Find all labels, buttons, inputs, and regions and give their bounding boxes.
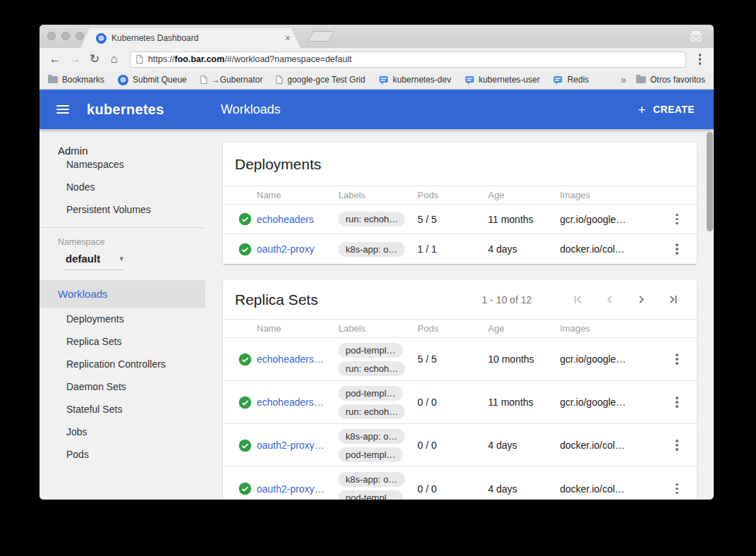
close-window-icon[interactable] [47,32,56,40]
minimize-window-icon[interactable] [61,32,70,40]
menu-icon[interactable] [56,105,69,114]
sidebar-item-admin[interactable]: Admin [39,129,205,153]
bookmark-kubernetes-dev[interactable]: kubernetes-dev [379,75,451,85]
namespace-value: default [66,253,100,265]
page-icon [136,55,143,64]
pods-cell: 5 / 5 [417,353,488,365]
status-ok-icon [233,212,257,226]
page-content: Admin Namespaces Nodes Persistent Volume… [39,129,714,500]
col-pods: Pods [417,323,488,334]
images-cell: docker.io/col… [560,440,657,451]
row-menu-icon[interactable] [673,351,681,368]
address-bar[interactable]: https://foo.bar.com/#/workload?namespace… [130,52,686,68]
age-cell: 4 days [488,243,560,255]
replica-set-link[interactable]: oauth2-proxy… [257,483,339,495]
sidebar-item-replication-controllers[interactable]: Replication Controllers [39,353,205,375]
url-path: /#/workload?namespace=default [224,54,351,64]
app-logo: kubernetes [87,102,164,118]
bookmarks-overflow-icon[interactable]: » [621,74,626,85]
reload-icon[interactable]: ↻ [86,51,103,68]
page-icon [276,75,283,84]
folder-icon [48,76,58,83]
chevron-down-icon: ▾ [119,254,123,263]
age-cell: 4 days [488,483,560,495]
sidebar-item-nodes[interactable]: Nodes [39,176,205,198]
bookmark-redis[interactable]: Redis [553,75,589,85]
row-menu-icon[interactable] [673,241,681,258]
label-chip: k8s-app: o… [339,472,405,487]
col-pods: Pods [417,190,488,200]
scrollbar-thumb[interactable] [707,132,713,231]
deployment-link[interactable]: echoheaders [257,214,339,225]
status-ok-icon [233,396,257,409]
browser-window: ☸ Kubernetes Dashboard × ← → ↻ ⌂ https:/ [39,25,714,500]
new-tab-button[interactable] [307,31,334,42]
label-chip: pod-templ… [339,343,403,358]
namespace-select[interactable]: default ▾ [63,253,123,270]
status-ok-icon [233,353,257,366]
sidebar-item-jobs[interactable]: Jobs [39,421,205,443]
age-cell: 4 days [488,440,560,451]
sidebar-item-persistent-volumes[interactable]: Persistent Volumes [39,198,205,221]
browser-tab[interactable]: ☸ Kubernetes Dashboard × [80,28,300,48]
create-button[interactable]: + CREATE [638,103,695,116]
deployment-link[interactable]: oauth2-proxy [257,243,339,255]
label-chip: pod-templ… [339,386,403,401]
browser-menu-icon[interactable] [693,51,707,68]
app-header: kubernetes Workloads + CREATE [39,90,714,129]
replica-set-link[interactable]: oauth2-proxy… [257,440,339,451]
label-chip: k8s-app: o… [339,242,405,257]
replica-sets-card: Replica Sets 1 - 10 of 12 Name Labels Po… [223,280,697,500]
home-icon[interactable]: ⌂ [106,51,123,68]
row-menu-icon[interactable] [673,211,681,228]
sidebar-item-workloads[interactable]: Workloads [39,280,205,308]
url-scheme: https:// [148,54,175,64]
sidebar-item-pods[interactable]: Pods [39,443,205,466]
prev-page-icon [603,293,616,306]
last-page-icon[interactable] [666,293,680,306]
table-header: Name Labels Pods Age Images [223,186,697,205]
pods-cell: 5 / 5 [417,214,488,225]
label-chip: run: echoh… [339,212,405,226]
bookmark-submit-queue[interactable]: ☸ Submit Queue [118,75,187,85]
replica-set-link[interactable]: echoheaders… [257,397,339,408]
row-menu-icon[interactable] [673,437,681,454]
url-text: https://foo.bar.com/#/workload?namespace… [148,54,352,64]
replica-set-link[interactable]: echoheaders… [257,353,339,365]
pagination: 1 - 10 of 12 [482,293,680,306]
sidebar-item-stateful-sets[interactable]: Stateful Sets [39,398,205,421]
group-icon [553,75,563,85]
zoom-window-icon[interactable] [75,32,84,40]
row-menu-icon[interactable] [673,394,681,411]
next-page-icon[interactable] [635,293,648,306]
col-labels: Labels [339,323,417,334]
bookmark-kubernetes-user[interactable]: kubernetes-user [465,75,540,85]
page-title: Workloads [221,102,281,117]
sidebar-item-deployments[interactable]: Deployments [39,308,205,330]
bookmark-bookmarks[interactable]: Bookmarks [48,75,104,85]
deployments-card: Deployments Name Labels Pods Age Images … [223,143,697,264]
close-tab-icon[interactable]: × [285,33,291,43]
forward-icon: → [66,51,83,68]
bookmarks-bar: Bookmarks ☸ Submit Queue →Gubernator goo… [39,71,714,90]
table-row: echoheaders… pod-templ… run: echoh… 0 / … [223,381,697,424]
sidebar-item-replica-sets[interactable]: Replica Sets [39,330,205,353]
age-cell: 11 months [488,397,560,408]
card-title-deployments: Deployments [235,156,322,173]
bookmark-gubernator[interactable]: →Gubernator [200,75,263,85]
images-cell: gcr.io/google… [560,214,657,225]
col-name: Name [257,190,339,200]
back-icon[interactable]: ← [47,51,63,68]
bookmark-google-gce-test-grid[interactable]: google-gce Test Grid [276,75,365,85]
row-menu-icon[interactable] [673,481,681,497]
pods-cell: 0 / 0 [417,397,488,408]
age-cell: 11 months [488,214,560,225]
bookmark-otros-favoritos[interactable]: Otros favoritos [636,75,705,85]
pods-cell: 0 / 0 [417,440,488,451]
age-cell: 10 months [488,353,560,365]
titlebar: ☸ Kubernetes Dashboard × [39,25,714,48]
kubernetes-icon: ☸ [96,33,106,44]
table-row: echoheaders run: echoh… 5 / 5 11 months … [223,205,697,234]
pagination-range: 1 - 10 of 12 [482,294,532,306]
sidebar-item-daemon-sets[interactable]: Daemon Sets [39,375,205,398]
